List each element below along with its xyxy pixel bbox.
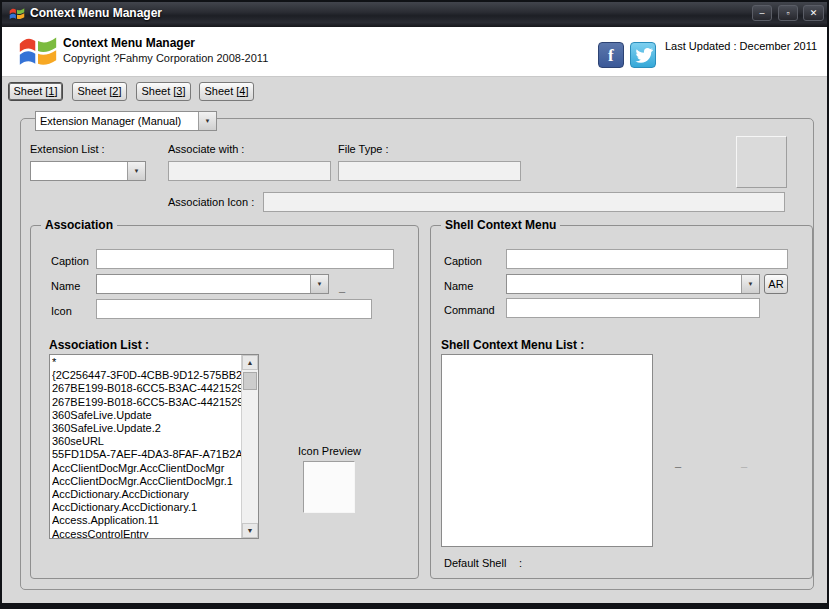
underscore-label: _ (339, 281, 345, 293)
dash-label-1: _ (675, 456, 681, 468)
list-item[interactable]: AccDictionary.AccDictionary.1 (52, 501, 241, 514)
assoc-icon-label: Icon (51, 305, 72, 317)
close-button[interactable]: ✕ (803, 5, 824, 21)
scroll-up-icon[interactable]: ▲ (242, 355, 258, 370)
association-list-items: *{2C256447-3F0D-4CBB-9D12-575BB20267BE19… (52, 356, 241, 538)
file-type-field[interactable] (338, 161, 521, 181)
window-title: Context Menu Manager (30, 6, 162, 20)
shell-name-select[interactable]: ▼ (506, 274, 760, 294)
chevron-down-icon[interactable]: ▼ (198, 112, 216, 130)
list-item[interactable]: {2C256447-3F0D-4CBB-9D12-575BB20 (52, 369, 241, 382)
twitter-icon[interactable] (630, 42, 656, 68)
twitter-bird-icon (634, 47, 654, 65)
association-group: Association Caption Name ▼ _ Icon Associ… (30, 225, 419, 579)
list-item[interactable]: AccessControlEntry (52, 528, 241, 538)
assoc-caption-label: Caption (51, 255, 89, 267)
default-shell-label: Default Shell (444, 557, 506, 569)
assoc-caption-field[interactable] (96, 249, 394, 269)
shell-caption-field[interactable] (506, 249, 788, 269)
mode-select[interactable]: Extension Manager (Manual) ▼ (35, 111, 217, 131)
shell-name-label: Name (444, 280, 473, 292)
default-shell-colon: : (519, 557, 522, 569)
tab-sheet-3[interactable]: Sheet [3] (136, 82, 191, 101)
list-item[interactable]: 55FD1D5A-7AEF-4DA3-8FAF-A71B2A5 (52, 448, 241, 461)
shell-caption-label: Caption (444, 255, 482, 267)
chevron-down-icon[interactable]: ▼ (127, 162, 145, 180)
app-logo-icon (9, 6, 25, 22)
extension-icon-box (736, 136, 787, 188)
associate-with-field[interactable] (168, 161, 331, 181)
shell-list-label: Shell Context Menu List : (441, 338, 584, 352)
assoc-icon-field[interactable] (96, 299, 372, 319)
association-list-scrollbar[interactable]: ▲ ▼ (241, 355, 258, 538)
list-item[interactable]: 267BE199-B018-6CC5-B3AC-44215293 (52, 382, 241, 395)
ar-button[interactable]: AR (764, 274, 788, 294)
tab-sheet-2[interactable]: Sheet [2] (72, 82, 127, 101)
list-item[interactable]: AccClientDocMgr.AccClientDocMgr (52, 462, 241, 475)
list-item[interactable]: 360SafeLive.Update (52, 409, 241, 422)
list-item[interactable]: * (52, 356, 241, 369)
list-item[interactable]: AccClientDocMgr.AccClientDocMgr.1 (52, 475, 241, 488)
copyright-text: Copyright ?Fahmy Corporation 2008-2011 (63, 52, 268, 64)
associate-with-label: Associate with : (168, 143, 244, 155)
scroll-down-icon[interactable]: ▼ (242, 523, 258, 538)
file-type-label: File Type : (338, 143, 389, 155)
association-list[interactable]: *{2C256447-3F0D-4CBB-9D12-575BB20267BE19… (49, 354, 259, 539)
scrollbar-thumb[interactable] (243, 372, 257, 390)
tab-sheet-4[interactable]: Sheet [4] (199, 82, 254, 101)
maximize-button[interactable]: ▫ (778, 5, 798, 21)
last-updated-text: Last Updated : December 2011 (665, 40, 817, 52)
facebook-letter: f (608, 46, 614, 66)
tab-sheet-1[interactable]: Sheet [1] (8, 82, 63, 101)
dash-label-2: _ (741, 456, 747, 468)
list-item[interactable]: 360seURL (52, 435, 241, 448)
association-list-label: Association List : (49, 338, 149, 352)
list-item[interactable]: 267BE199-B018-6CC5-B3AC-44215293 (52, 396, 241, 409)
icon-preview-label: Icon Preview (298, 445, 361, 457)
assoc-name-select[interactable]: ▼ (96, 274, 329, 294)
shell-context-menu-list[interactable] (441, 354, 653, 547)
list-item[interactable]: Access.Application.11 (52, 514, 241, 527)
list-item[interactable]: 360SafeLive.Update.2 (52, 422, 241, 435)
list-item[interactable]: AccDictionary.AccDictionary (52, 488, 241, 501)
app-header: Context Menu Manager Copyright ?Fahmy Co… (2, 27, 827, 77)
association-icon-field[interactable] (263, 192, 785, 212)
shell-command-field[interactable] (506, 298, 760, 318)
chevron-down-icon[interactable]: ▼ (741, 275, 759, 293)
shell-command-label: Command (444, 304, 495, 316)
association-icon-label: Association Icon : (168, 196, 254, 208)
extension-list-select[interactable]: ▼ (30, 161, 146, 181)
minimize-button[interactable]: – (752, 5, 772, 21)
chevron-down-icon[interactable]: ▼ (310, 275, 328, 293)
app-window: Context Menu Manager – ▫ ✕ Context Menu … (0, 0, 829, 609)
assoc-name-label: Name (51, 280, 80, 292)
facebook-icon[interactable]: f (598, 42, 624, 68)
association-group-title: Association (41, 218, 117, 232)
app-title: Context Menu Manager (63, 36, 195, 50)
title-bar: Context Menu Manager – ▫ ✕ (2, 2, 827, 27)
mode-select-value: Extension Manager (Manual) (40, 115, 196, 127)
extension-list-label: Extension List : (30, 143, 105, 155)
windows-flag-icon (18, 32, 58, 72)
shell-context-menu-group: Shell Context Menu Caption Name ▼ AR Com… (430, 225, 813, 579)
window-border-bottom (2, 603, 827, 607)
icon-preview-box (303, 461, 355, 513)
shell-group-title: Shell Context Menu (441, 218, 560, 232)
